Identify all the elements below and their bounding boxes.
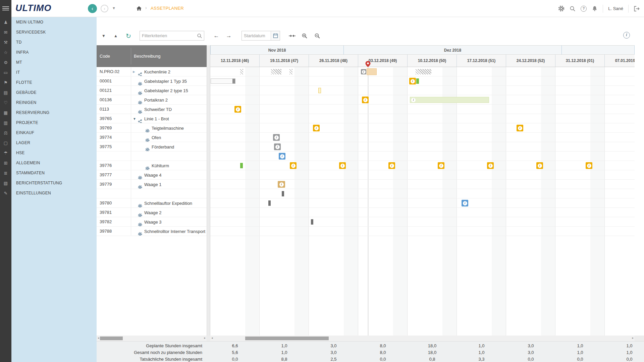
home-icon[interactable] — [136, 6, 142, 12]
filter-input[interactable] — [140, 31, 194, 40]
fit-to-window-icon[interactable] — [288, 32, 296, 40]
refresh-icon[interactable]: ↻ — [125, 32, 132, 40]
zoom-in-icon[interactable] — [301, 32, 308, 40]
monitor-icon[interactable]: ▭ — [0, 67, 11, 77]
gantt-info-badge-blue[interactable]: i — [462, 200, 468, 206]
scroll-right-arrow-icon[interactable]: ▸ — [632, 336, 634, 340]
asset-row[interactable]: N.PRO.02▶Kuchenlinie 2 — [97, 67, 207, 76]
bell-icon[interactable] — [592, 6, 598, 12]
reports-icon[interactable]: ▧ — [0, 178, 11, 188]
asset-row[interactable]: 00121Gabelstapler 2 type 15 — [97, 86, 207, 95]
gantt-info-badge-yellow[interactable]: i — [290, 162, 297, 169]
wrench-icon[interactable]: ⚒ — [0, 37, 11, 47]
info-icon[interactable]: i — [623, 32, 630, 39]
gantt-bar-planned-hatch[interactable] — [289, 69, 292, 74]
gantt-info-badge-yellow[interactable]: i — [536, 162, 543, 169]
asset-row[interactable]: 00001Gabelstapler 1 Typ 35 — [97, 76, 207, 86]
gantt-info-badge-yellow[interactable]: i — [409, 78, 416, 84]
asset-row[interactable] — [97, 152, 207, 161]
star-icon[interactable]: ☆ — [0, 47, 11, 57]
building-icon[interactable]: ▤ — [0, 87, 11, 98]
sidebar-item-allgemein[interactable]: ALLGEMEIN — [11, 158, 97, 168]
asset-row[interactable]: 39774Ofen — [97, 133, 207, 142]
gantt-info-badge-tan[interactable]: i — [278, 181, 285, 188]
scroll-right-icon[interactable]: → — [225, 32, 232, 40]
machine-icon[interactable]: ⚙ — [0, 57, 11, 67]
gantt-info-badge-gray[interactable]: i — [274, 143, 281, 150]
sidebar-item-einstellungen[interactable]: EINSTELLUNGEN — [11, 188, 97, 198]
sidebar-item-gebäude[interactable]: GEBÄUDE — [11, 87, 97, 98]
gantt-bar-reservation[interactable]: i — [410, 97, 489, 103]
masterdata-icon[interactable]: ≣ — [0, 168, 11, 178]
asset-row[interactable]: 39775Förderband — [97, 142, 207, 152]
search-icon[interactable] — [570, 6, 576, 12]
projects-icon[interactable]: ▥ — [0, 118, 11, 128]
asset-row[interactable]: 39782Waage 3 — [97, 217, 207, 227]
asset-row[interactable]: 39777Waage 4 — [97, 170, 207, 180]
sidebar-item-mein-ultimo[interactable]: MEIN ULTIMO — [11, 17, 97, 27]
sidebar-item-td[interactable]: TD — [11, 37, 97, 47]
sidebar-item-projekte[interactable]: PROJEKTE — [11, 118, 97, 128]
scroll-left-icon[interactable]: ← — [213, 32, 220, 40]
gantt-info-badge-blue[interactable]: i — [279, 153, 285, 160]
collapse-all-icon[interactable]: ▼ — [100, 32, 107, 40]
gantt-info-badge-gray[interactable]: i — [273, 134, 280, 141]
user-icon[interactable]: ♟ — [0, 17, 11, 27]
history-dropdown-icon[interactable]: ▼ — [112, 6, 116, 10]
gantt-info-badge-yellow[interactable]: i — [438, 162, 444, 169]
asset-row[interactable]: 39769Teigteilmaschine — [97, 123, 207, 133]
gantt-info-badge-yellow[interactable]: i — [487, 162, 494, 169]
gantt-info-badge-yellow[interactable]: i — [339, 162, 346, 169]
gantt-bar-yellow-outline[interactable] — [318, 88, 321, 93]
safety-icon[interactable]: ☂ — [0, 148, 11, 158]
forward-button[interactable]: › — [101, 5, 108, 12]
gantt-bar-green[interactable] — [240, 163, 243, 168]
pane-splitter[interactable] — [207, 45, 210, 336]
gear-icon[interactable] — [558, 5, 565, 12]
sidebar-item-berichterstattung[interactable]: BERICHTERSTATTUNG — [11, 178, 97, 188]
calendar-icon[interactable]: ▦ — [0, 108, 11, 118]
sidebar-item-stammdaten[interactable]: STAMMDATEN — [11, 168, 97, 178]
scroll-right-arrow-icon[interactable]: ▸ — [204, 336, 206, 340]
cleaning-icon[interactable]: ♡ — [0, 98, 11, 108]
purchasing-icon[interactable]: ⚖ — [0, 128, 11, 138]
gantt-info-badge-yellow[interactable]: i — [234, 106, 241, 113]
sidebar-item-lager[interactable]: LAGER — [11, 138, 97, 148]
asset-row[interactable]: 39779Waage 1 — [97, 180, 207, 189]
gantt-info-badge-yellow[interactable]: i — [313, 125, 320, 131]
expander-expanded-icon[interactable]: ▼ — [133, 114, 138, 123]
asset-row[interactable]: 39776Kühlturm — [97, 161, 207, 170]
scroll-left-arrow-icon[interactable]: ◂ — [98, 336, 99, 340]
help-icon[interactable]: ? — [581, 6, 587, 12]
sidebar-item-reinigen[interactable]: REINIGEN — [11, 98, 97, 108]
general-icon[interactable]: ⊞ — [0, 158, 11, 168]
table-hscrollbar[interactable]: ◂ ▸ — [97, 336, 207, 341]
sidebar-item-it[interactable]: IT — [11, 67, 97, 77]
asset-row[interactable]: 00136Portalkran 2 — [97, 95, 207, 105]
menu-icon[interactable] — [2, 5, 9, 11]
zoom-out-icon[interactable] — [314, 32, 321, 40]
back-button[interactable]: ‹ — [88, 4, 97, 13]
gantt-bar-planned-hatch[interactable] — [240, 69, 243, 74]
warehouse-icon[interactable]: ▢ — [0, 138, 11, 148]
gantt-info-badge-yellow[interactable]: i — [586, 162, 592, 169]
gantt-bar-gray[interactable] — [282, 191, 284, 196]
asset-row[interactable]: 39780Schnelllauftor Expedition — [97, 198, 207, 208]
scroll-left-arrow-icon[interactable]: ◂ — [211, 336, 213, 340]
gantt-bar-green[interactable] — [416, 78, 419, 84]
filter-search-icon[interactable] — [197, 33, 202, 40]
column-divider[interactable] — [131, 48, 131, 64]
gantt-bar-tan[interactable] — [367, 68, 377, 75]
gantt-bar-planned-hatch[interactable] — [271, 69, 281, 74]
gantt-info-badge-yellow[interactable]: i — [388, 162, 395, 169]
gantt-info-badge-gray[interactable]: i — [361, 69, 366, 74]
timeline-hscrollbar[interactable]: ◂ ▸ — [210, 336, 635, 341]
sidebar-item-servicedesk[interactable]: SERVICEDESK — [11, 27, 97, 37]
hscrollbar-thumb[interactable] — [245, 337, 329, 340]
gantt-info-badge-yellow[interactable]: i — [362, 97, 369, 103]
sidebar-item-reservierung[interactable]: RESERVIERUNG — [11, 108, 97, 118]
sidebar-item-hse[interactable]: HSE — [11, 148, 97, 158]
hscrollbar-thumb[interactable] — [100, 337, 123, 340]
gantt-bar-progress[interactable] — [211, 78, 235, 84]
calendar-icon[interactable] — [271, 31, 280, 40]
